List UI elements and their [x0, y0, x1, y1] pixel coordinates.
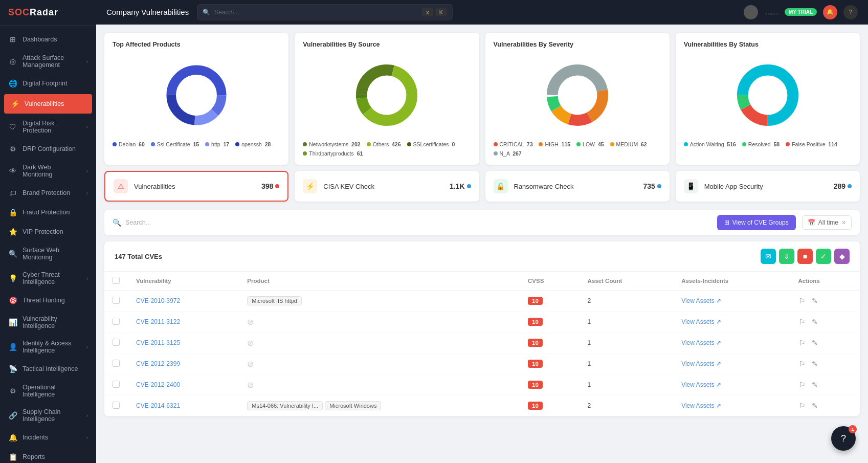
- view-assets-link[interactable]: View Assets ⇗: [681, 318, 782, 325]
- row-action-edit[interactable]: ✎: [811, 338, 819, 348]
- sidebar-item-operational-intelligence[interactable]: ⚙ Operational Intelligence: [0, 379, 96, 403]
- sidebar-item-attack-surface-management[interactable]: ◎ Attack Surface Management ›: [0, 49, 96, 74]
- row-action-flag[interactable]: ⚐: [798, 296, 807, 306]
- legend-label: Resolved 58: [748, 141, 780, 147]
- legend-dot: [113, 142, 117, 146]
- sidebar-item-supply-chain-intelligence[interactable]: 🔗 Supply Chain Intelligence ›: [0, 403, 96, 428]
- sidebar-item-digital-risk-protection[interactable]: 🛡 Digital Risk Protection ›: [0, 115, 96, 139]
- nav-label: Reports: [23, 453, 88, 460]
- sidebar-item-digital-footprint[interactable]: 🌐 Digital Footprint: [0, 74, 96, 93]
- cvss-badge: 10: [528, 318, 543, 326]
- nav-icon: ⭐: [8, 227, 17, 236]
- filter-search[interactable]: 🔍: [113, 218, 711, 227]
- search-clear-button[interactable]: x: [422, 8, 433, 16]
- chevron-icon: ›: [86, 190, 88, 196]
- row-action-flag[interactable]: ⚐: [798, 380, 807, 390]
- sidebar-item-brand-protection[interactable]: 🏷 Brand Protection ›: [0, 183, 96, 203]
- sidebar-item-vulnerabilities[interactable]: ⚡ Vulnerabilities: [4, 94, 92, 114]
- sidebar-item-threat-hunting[interactable]: 🎯 Threat Hunting: [0, 291, 96, 310]
- row-actions: ⚐ ✎: [798, 401, 852, 411]
- sidebar-item-dashboards[interactable]: ⊞ Dashboards: [0, 30, 96, 49]
- row-checkbox[interactable]: [113, 360, 120, 367]
- legend-dot: [235, 142, 239, 146]
- legend-label: openssh 28: [241, 141, 271, 147]
- row-checkbox[interactable]: [113, 381, 120, 388]
- search-k-button[interactable]: K: [435, 8, 447, 16]
- row-checkbox[interactable]: [113, 402, 120, 409]
- row-action-flag[interactable]: ⚐: [798, 338, 807, 348]
- metric-card-cisa-kev-check[interactable]: ⚡ CISA KEV Check 1.1K: [295, 171, 479, 202]
- chart-title-status: Vulnerabilities By Status: [684, 41, 852, 48]
- sidebar-item-fraud-protection[interactable]: 🔒 Fraud Protection: [0, 203, 96, 222]
- row-action-flag[interactable]: ⚐: [798, 401, 807, 411]
- cve-link[interactable]: CVE-2010-3972: [136, 297, 180, 304]
- metric-card-vulnerabilities[interactable]: ⚠ Vulnerabilities 398: [104, 171, 288, 202]
- sidebar-item-cyber-threat-intelligence[interactable]: 💡 Cyber Threat Intelligence ›: [0, 266, 96, 291]
- legend-dot: [786, 142, 790, 146]
- row-action-flag[interactable]: ⚐: [798, 359, 807, 369]
- cve-link[interactable]: CVE-2011-3122: [136, 318, 180, 325]
- donut-chart-status: [735, 62, 801, 128]
- cve-link[interactable]: CVE-2011-3125: [136, 339, 180, 346]
- row-checkbox[interactable]: [113, 318, 120, 325]
- legend-item: LOW 45: [576, 141, 604, 147]
- filter-search-input[interactable]: [125, 219, 711, 226]
- row-checkbox[interactable]: [113, 339, 120, 346]
- row-action-edit[interactable]: ✎: [811, 380, 819, 390]
- chart-legend-source: Networksystems 202Others 426SSLcertifica…: [303, 141, 471, 157]
- table-section: 147 Total CVEs ✉ ⇓ ■ ✓ ◆ Vulnerability P…: [104, 241, 860, 416]
- cve-link[interactable]: CVE-2012-2400: [136, 381, 180, 388]
- sidebar-item-vulnerability-intelligence[interactable]: 📊 Vulnerability Intelligence: [0, 310, 96, 335]
- cve-link[interactable]: CVE-2014-6321: [136, 402, 180, 409]
- legend-label: SSLcertificates 0: [413, 141, 455, 147]
- row-action-edit[interactable]: ✎: [811, 359, 819, 369]
- view-assets-link[interactable]: View Assets ⇗: [681, 360, 782, 367]
- action-btn-2[interactable]: ⇓: [779, 249, 794, 264]
- nav-icon: 📡: [8, 364, 17, 373]
- sidebar-item-identity-&-access-intelligence[interactable]: 👤 Identity & Access Intelligence ›: [0, 335, 96, 359]
- sidebar-item-incidents[interactable]: 🔔 Incidents ›: [0, 428, 96, 447]
- row-action-edit[interactable]: ✎: [811, 401, 819, 411]
- row-action-edit[interactable]: ✎: [811, 317, 819, 327]
- sidebar-item-dark-web-monitoring[interactable]: 👁 Dark Web Monitoring ›: [0, 159, 96, 183]
- nav-icon: 🎯: [8, 296, 17, 305]
- action-btn-4[interactable]: ✓: [816, 249, 831, 264]
- row-action-flag[interactable]: ⚐: [798, 317, 807, 327]
- product-cell: ⊘: [239, 354, 520, 374]
- row-action-edit[interactable]: ✎: [811, 296, 819, 306]
- metric-label: Vulnerabilities: [134, 183, 255, 190]
- action-btn-3[interactable]: ■: [797, 249, 813, 264]
- metric-dot: [275, 184, 279, 188]
- view-assets-link[interactable]: View Assets ⇗: [681, 381, 782, 388]
- chart-area-source: [303, 54, 471, 136]
- legend-dot: [684, 142, 688, 146]
- action-btn-1[interactable]: ✉: [761, 249, 776, 264]
- sidebar-item-surface-web-monitoring[interactable]: 🔍 Surface Web Monitoring: [0, 241, 96, 266]
- notifications-button[interactable]: 🔔: [823, 5, 837, 19]
- sidebar-item-tactical-intelligence[interactable]: 📡 Tactical Intelligence: [0, 359, 96, 379]
- global-search-bar[interactable]: 🔍 x K: [197, 4, 453, 20]
- legend-item: MEDIUM 62: [610, 141, 647, 147]
- chat-notification-badge: 1: [849, 425, 857, 433]
- time-filter[interactable]: 📅 All time ✕: [802, 215, 852, 230]
- view-assets-link[interactable]: View Assets ⇗: [681, 297, 782, 304]
- metric-card-mobile-app-security[interactable]: 📱 Mobile App Security 289: [676, 171, 860, 202]
- chat-bubble[interactable]: ? 1: [831, 426, 856, 451]
- view-assets-link[interactable]: View Assets ⇗: [681, 339, 782, 346]
- global-search-input[interactable]: [214, 9, 418, 16]
- view-assets-link[interactable]: View Assets ⇗: [681, 402, 782, 409]
- action-btn-5[interactable]: ◆: [834, 249, 850, 264]
- sidebar-item-drp-configuration[interactable]: ⚙ DRP Configuration: [0, 139, 96, 159]
- legend-label: MEDIUM 62: [616, 141, 647, 147]
- row-checkbox[interactable]: [113, 297, 120, 304]
- cve-link[interactable]: CVE-2012-2399: [136, 360, 180, 367]
- sidebar-item-vip-protection[interactable]: ⭐ VIP Protection: [0, 222, 96, 241]
- metric-card-ransomware-check[interactable]: 🔒 Ransomware Check 735: [485, 171, 670, 202]
- help-button[interactable]: ?: [843, 5, 858, 19]
- sidebar-item-reports[interactable]: 📋 Reports: [0, 447, 96, 463]
- view-cve-groups-button[interactable]: ⊞ View of CVE Groups: [717, 215, 796, 230]
- legend-dot: [742, 142, 746, 146]
- time-filter-close-button[interactable]: ✕: [841, 219, 846, 226]
- metric-icon: 🔒: [494, 179, 508, 193]
- select-all-checkbox[interactable]: [113, 277, 120, 284]
